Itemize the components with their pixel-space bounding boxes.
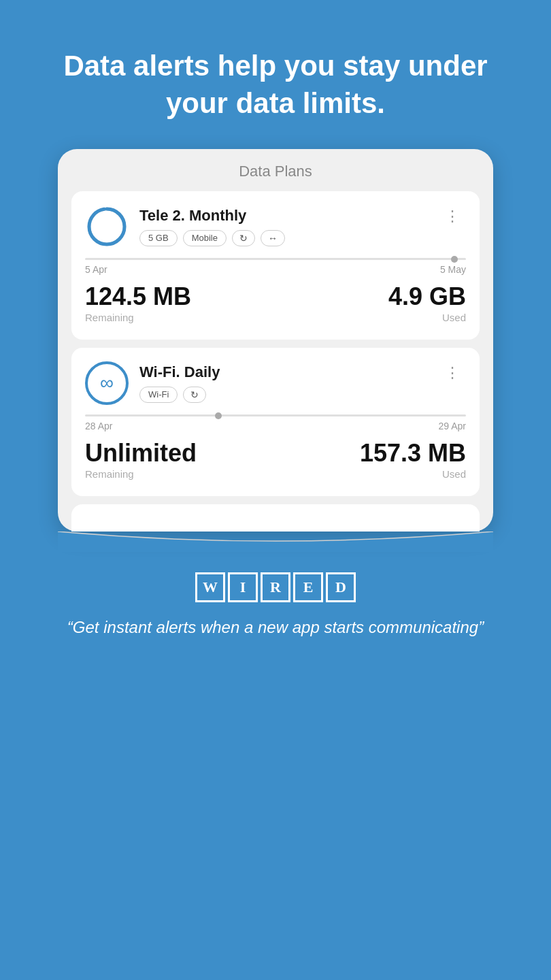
tele2-date-end: 5 May <box>440 264 466 275</box>
wifi-used-label: Used <box>442 468 466 480</box>
wired-letter-w: W <box>195 572 225 602</box>
wifi-date-end: 29 Apr <box>439 421 466 431</box>
tele2-arrows-icon: ↔ <box>261 230 285 246</box>
wifi-more-button[interactable]: ⋮ <box>439 361 466 385</box>
wifi-stats: Unlimited Remaining 157.3 MB Used <box>85 441 466 480</box>
wifi-used-value: 157.3 MB <box>360 441 466 466</box>
wifi-progress-dot <box>215 412 222 419</box>
tele2-progress-dot <box>451 256 458 263</box>
hero-title: Data alerts help you stay under your dat… <box>0 0 551 149</box>
data-plans-card: Data Plans Tele 2. Monthly 5 GB Mobile ↻… <box>58 149 493 532</box>
wifi-progress-track <box>85 414 466 416</box>
infinity-symbol: ∞ <box>100 372 114 394</box>
tele2-tag-type: Mobile <box>183 230 227 246</box>
tele2-dates: 5 Apr 5 May <box>85 264 466 275</box>
wifi-plan-name: Wi-Fi. Daily <box>139 363 220 381</box>
wifi-refresh-icon: ↻ <box>183 387 206 403</box>
tele2-refresh-icon: ↻ <box>232 230 255 246</box>
wired-logo-section: W I R E D <box>195 572 356 602</box>
wifi-remaining-value: Unlimited <box>85 441 197 466</box>
tele2-plan-tags: 5 GB Mobile ↻ ↔ <box>139 230 285 246</box>
tele2-icon <box>85 205 129 248</box>
wired-letter-i: I <box>228 572 258 602</box>
tele2-stats: 124.5 MB Remaining 4.9 GB Used <box>85 284 466 323</box>
tele2-plan-name: Tele 2. Monthly <box>139 207 285 225</box>
wired-letter-e: E <box>293 572 323 602</box>
tele2-progress-section: 5 Apr 5 May 124.5 MB Remaining 4.9 GB Us… <box>85 258 466 323</box>
wifi-date-start: 28 Apr <box>85 421 112 431</box>
wired-quote: “Get instant alerts when a new app start… <box>33 616 518 639</box>
wired-letter-d: D <box>326 572 356 602</box>
tele2-used-value: 4.9 GB <box>388 284 466 309</box>
tele2-remaining-value: 124.5 MB <box>85 284 191 309</box>
wifi-progress-section: 28 Apr 29 Apr Unlimited Remaining 157.3 … <box>85 414 466 480</box>
wifi-tag-type: Wi-Fi <box>139 387 178 403</box>
svg-point-1 <box>89 209 124 244</box>
truncated-card <box>71 504 480 532</box>
tele2-date-start: 5 Apr <box>85 264 107 275</box>
tele2-tag-size: 5 GB <box>139 230 178 246</box>
tele2-used-label: Used <box>442 312 466 323</box>
wired-letter-r: R <box>261 572 290 602</box>
wifi-dates: 28 Apr 29 Apr <box>85 421 466 431</box>
wired-logo: W I R E D <box>195 572 356 602</box>
wifi-icon: ∞ <box>85 361 129 405</box>
wifi-remaining-label: Remaining <box>85 468 197 480</box>
wifi-plan-tags: Wi-Fi ↻ <box>139 387 220 403</box>
tele2-remaining-label: Remaining <box>85 312 191 323</box>
plan-card-tele2: Tele 2. Monthly 5 GB Mobile ↻ ↔ ⋮ 5 Apr … <box>71 191 480 340</box>
plan-card-wifi: ∞ Wi-Fi. Daily Wi-Fi ↻ ⋮ 28 Apr 29 Apr <box>71 348 480 496</box>
tele2-progress-track <box>85 258 466 260</box>
card-title: Data Plans <box>71 163 480 180</box>
card-fold <box>58 532 493 552</box>
tele2-more-button[interactable]: ⋮ <box>439 205 466 228</box>
